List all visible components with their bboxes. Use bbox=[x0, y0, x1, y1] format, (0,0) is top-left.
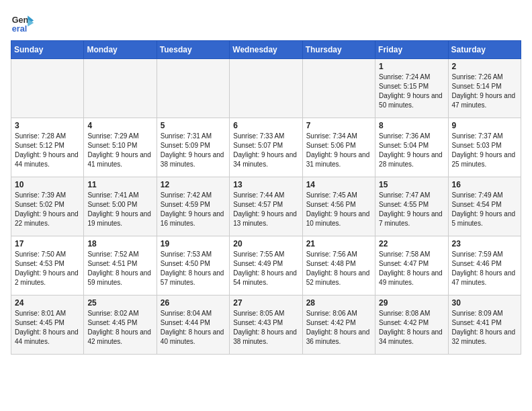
day-number: 24 bbox=[15, 298, 80, 308]
day-info: Sunrise: 7:42 AM Sunset: 4:59 PM Dayligh… bbox=[161, 191, 226, 228]
day-info: Sunrise: 7:33 AM Sunset: 5:07 PM Dayligh… bbox=[233, 132, 298, 169]
day-info: Sunrise: 7:44 AM Sunset: 4:57 PM Dayligh… bbox=[233, 191, 298, 228]
calendar-cell: 7Sunrise: 7:34 AM Sunset: 5:06 PM Daylig… bbox=[302, 118, 375, 177]
day-info: Sunrise: 7:50 AM Sunset: 4:53 PM Dayligh… bbox=[15, 250, 80, 287]
day-number: 23 bbox=[452, 239, 517, 248]
day-number: 30 bbox=[452, 298, 517, 308]
day-number: 27 bbox=[233, 298, 298, 308]
day-info: Sunrise: 7:49 AM Sunset: 4:54 PM Dayligh… bbox=[452, 191, 517, 228]
calendar-cell: 3Sunrise: 7:28 AM Sunset: 5:12 PM Daylig… bbox=[11, 118, 84, 177]
day-info: Sunrise: 7:31 AM Sunset: 5:09 PM Dayligh… bbox=[161, 132, 226, 169]
week-row-5: 24Sunrise: 8:01 AM Sunset: 4:45 PM Dayli… bbox=[11, 295, 521, 355]
day-number: 15 bbox=[379, 180, 444, 189]
day-number: 9 bbox=[452, 121, 517, 130]
day-number: 19 bbox=[161, 239, 226, 248]
day-info: Sunrise: 7:29 AM Sunset: 5:10 PM Dayligh… bbox=[87, 132, 152, 169]
week-row-4: 17Sunrise: 7:50 AM Sunset: 4:53 PM Dayli… bbox=[11, 236, 521, 295]
day-info: Sunrise: 7:37 AM Sunset: 5:03 PM Dayligh… bbox=[452, 132, 517, 169]
day-header-thursday: Thursday bbox=[302, 41, 375, 59]
calendar-cell: 27Sunrise: 8:05 AM Sunset: 4:43 PM Dayli… bbox=[230, 295, 302, 355]
day-number: 14 bbox=[306, 180, 371, 189]
day-number: 13 bbox=[233, 180, 298, 189]
day-header-saturday: Saturday bbox=[448, 41, 521, 59]
calendar-cell bbox=[11, 59, 84, 118]
day-info: Sunrise: 8:01 AM Sunset: 4:45 PM Dayligh… bbox=[15, 309, 80, 347]
day-header-sunday: Sunday bbox=[11, 41, 84, 59]
calendar-cell: 10Sunrise: 7:39 AM Sunset: 5:02 PM Dayli… bbox=[11, 177, 84, 236]
calendar-cell: 28Sunrise: 8:06 AM Sunset: 4:42 PM Dayli… bbox=[302, 295, 375, 355]
day-number: 12 bbox=[161, 180, 226, 189]
day-header-monday: Monday bbox=[84, 41, 157, 59]
day-info: Sunrise: 8:09 AM Sunset: 4:41 PM Dayligh… bbox=[452, 309, 517, 347]
day-info: Sunrise: 7:47 AM Sunset: 4:55 PM Dayligh… bbox=[379, 191, 444, 228]
day-info: Sunrise: 7:58 AM Sunset: 4:47 PM Dayligh… bbox=[379, 250, 444, 287]
day-number: 26 bbox=[161, 298, 226, 308]
day-header-friday: Friday bbox=[375, 41, 448, 59]
calendar-cell bbox=[230, 59, 302, 118]
calendar-cell: 1Sunrise: 7:24 AM Sunset: 5:15 PM Daylig… bbox=[375, 59, 448, 118]
calendar-cell: 6Sunrise: 7:33 AM Sunset: 5:07 PM Daylig… bbox=[230, 118, 302, 177]
calendar-cell: 16Sunrise: 7:49 AM Sunset: 4:54 PM Dayli… bbox=[448, 177, 521, 236]
day-info: Sunrise: 7:55 AM Sunset: 4:49 PM Dayligh… bbox=[233, 250, 298, 287]
calendar-cell: 13Sunrise: 7:44 AM Sunset: 4:57 PM Dayli… bbox=[230, 177, 302, 236]
week-row-2: 3Sunrise: 7:28 AM Sunset: 5:12 PM Daylig… bbox=[11, 118, 521, 177]
day-info: Sunrise: 8:04 AM Sunset: 4:44 PM Dayligh… bbox=[161, 309, 226, 347]
day-info: Sunrise: 7:28 AM Sunset: 5:12 PM Dayligh… bbox=[15, 132, 80, 169]
calendar-cell: 5Sunrise: 7:31 AM Sunset: 5:09 PM Daylig… bbox=[157, 118, 229, 177]
logo: Gen eral bbox=[11, 11, 38, 35]
calendar-cell: 22Sunrise: 7:58 AM Sunset: 4:47 PM Dayli… bbox=[375, 236, 448, 295]
day-number: 6 bbox=[233, 121, 298, 130]
calendar-cell: 20Sunrise: 7:55 AM Sunset: 4:49 PM Dayli… bbox=[230, 236, 302, 295]
calendar-cell: 23Sunrise: 7:59 AM Sunset: 4:46 PM Dayli… bbox=[448, 236, 521, 295]
calendar-cell: 26Sunrise: 8:04 AM Sunset: 4:44 PM Dayli… bbox=[157, 295, 229, 355]
day-info: Sunrise: 7:34 AM Sunset: 5:06 PM Dayligh… bbox=[306, 132, 371, 169]
calendar-header-row: SundayMondayTuesdayWednesdayThursdayFrid… bbox=[11, 41, 521, 59]
logo-icon: Gen eral bbox=[11, 11, 35, 35]
calendar-cell: 19Sunrise: 7:53 AM Sunset: 4:50 PM Dayli… bbox=[157, 236, 229, 295]
calendar-cell: 18Sunrise: 7:52 AM Sunset: 4:51 PM Dayli… bbox=[84, 236, 157, 295]
day-info: Sunrise: 8:05 AM Sunset: 4:43 PM Dayligh… bbox=[233, 309, 298, 347]
calendar-cell: 8Sunrise: 7:36 AM Sunset: 5:04 PM Daylig… bbox=[375, 118, 448, 177]
calendar-cell: 24Sunrise: 8:01 AM Sunset: 4:45 PM Dayli… bbox=[11, 295, 84, 355]
calendar-cell: 12Sunrise: 7:42 AM Sunset: 4:59 PM Dayli… bbox=[157, 177, 229, 236]
day-info: Sunrise: 7:26 AM Sunset: 5:14 PM Dayligh… bbox=[452, 73, 517, 110]
day-info: Sunrise: 7:59 AM Sunset: 4:46 PM Dayligh… bbox=[452, 250, 517, 287]
day-info: Sunrise: 8:02 AM Sunset: 4:45 PM Dayligh… bbox=[87, 309, 152, 347]
day-number: 18 bbox=[87, 239, 152, 248]
calendar-cell: 30Sunrise: 8:09 AM Sunset: 4:41 PM Dayli… bbox=[448, 295, 521, 355]
day-header-tuesday: Tuesday bbox=[157, 41, 229, 59]
day-info: Sunrise: 7:53 AM Sunset: 4:50 PM Dayligh… bbox=[161, 250, 226, 287]
day-number: 1 bbox=[379, 62, 444, 71]
day-number: 5 bbox=[161, 121, 226, 130]
day-number: 29 bbox=[379, 298, 444, 308]
day-number: 3 bbox=[15, 121, 80, 130]
calendar-cell bbox=[157, 59, 229, 118]
calendar-cell: 29Sunrise: 8:08 AM Sunset: 4:42 PM Dayli… bbox=[375, 295, 448, 355]
day-number: 21 bbox=[306, 239, 371, 248]
day-info: Sunrise: 7:36 AM Sunset: 5:04 PM Dayligh… bbox=[379, 132, 444, 169]
day-info: Sunrise: 8:08 AM Sunset: 4:42 PM Dayligh… bbox=[379, 309, 444, 347]
calendar-cell: 21Sunrise: 7:56 AM Sunset: 4:48 PM Dayli… bbox=[302, 236, 375, 295]
week-row-1: 1Sunrise: 7:24 AM Sunset: 5:15 PM Daylig… bbox=[11, 59, 521, 118]
day-number: 20 bbox=[233, 239, 298, 248]
calendar-cell: 4Sunrise: 7:29 AM Sunset: 5:10 PM Daylig… bbox=[84, 118, 157, 177]
calendar-cell: 25Sunrise: 8:02 AM Sunset: 4:45 PM Dayli… bbox=[84, 295, 157, 355]
day-info: Sunrise: 7:39 AM Sunset: 5:02 PM Dayligh… bbox=[15, 191, 80, 228]
day-header-wednesday: Wednesday bbox=[230, 41, 302, 59]
calendar-cell: 17Sunrise: 7:50 AM Sunset: 4:53 PM Dayli… bbox=[11, 236, 84, 295]
week-row-3: 10Sunrise: 7:39 AM Sunset: 5:02 PM Dayli… bbox=[11, 177, 521, 236]
calendar-cell: 2Sunrise: 7:26 AM Sunset: 5:14 PM Daylig… bbox=[448, 59, 521, 118]
day-number: 2 bbox=[452, 62, 517, 71]
calendar-table: SundayMondayTuesdayWednesdayThursdayFrid… bbox=[11, 40, 521, 355]
day-number: 22 bbox=[379, 239, 444, 248]
calendar-cell bbox=[302, 59, 375, 118]
day-info: Sunrise: 8:06 AM Sunset: 4:42 PM Dayligh… bbox=[306, 309, 371, 347]
day-info: Sunrise: 7:52 AM Sunset: 4:51 PM Dayligh… bbox=[87, 250, 152, 287]
day-number: 10 bbox=[15, 180, 80, 189]
header: Gen eral bbox=[11, 11, 521, 35]
calendar-cell bbox=[84, 59, 157, 118]
calendar-cell: 9Sunrise: 7:37 AM Sunset: 5:03 PM Daylig… bbox=[448, 118, 521, 177]
day-info: Sunrise: 7:56 AM Sunset: 4:48 PM Dayligh… bbox=[306, 250, 371, 287]
day-number: 28 bbox=[306, 298, 371, 308]
calendar-cell: 11Sunrise: 7:41 AM Sunset: 5:00 PM Dayli… bbox=[84, 177, 157, 236]
